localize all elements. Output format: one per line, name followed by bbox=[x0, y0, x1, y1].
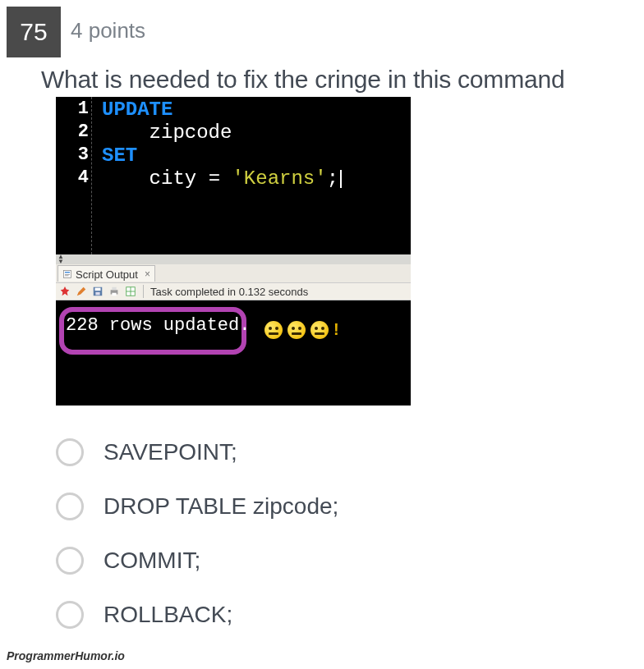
answer-option[interactable]: ROLLBACK; bbox=[56, 588, 582, 642]
exclamation-icon: ! bbox=[334, 320, 339, 339]
tab-script-output[interactable]: Script Output × bbox=[58, 265, 155, 282]
save-icon[interactable] bbox=[92, 286, 104, 297]
svg-rect-3 bbox=[65, 276, 69, 277]
svg-rect-6 bbox=[95, 292, 99, 296]
question-points: 4 points bbox=[71, 18, 145, 44]
reaction-row: ! bbox=[264, 320, 339, 339]
svg-rect-2 bbox=[65, 274, 70, 275]
code-line: city = 'Kearns'; bbox=[102, 167, 342, 190]
answer-option[interactable]: SAVEPOINT; bbox=[56, 425, 582, 479]
question-prompt: What is needed to fix the cringe in this… bbox=[41, 66, 564, 94]
output-toolbar: Task completed in 0.132 seconds bbox=[56, 282, 411, 300]
answer-options: SAVEPOINT; DROP TABLE zipcode; COMMIT; R… bbox=[56, 425, 582, 642]
text-cursor bbox=[340, 170, 342, 188]
toolbar-separator bbox=[143, 285, 144, 298]
question-card: 75 4 points What is needed to fix the cr… bbox=[7, 7, 637, 662]
svg-rect-8 bbox=[112, 287, 116, 291]
svg-rect-5 bbox=[95, 288, 101, 291]
tab-label: Script Output bbox=[76, 268, 138, 281]
tab-close-icon[interactable]: × bbox=[145, 268, 150, 280]
print-icon[interactable] bbox=[108, 286, 120, 297]
output-result-text: 228 rows updated. bbox=[66, 315, 250, 336]
svg-rect-1 bbox=[65, 272, 70, 273]
line-number: 4 bbox=[56, 167, 89, 188]
option-label: DROP TABLE zipcode; bbox=[104, 493, 338, 520]
source-watermark: ProgrammerHumor.io bbox=[7, 649, 125, 662]
task-status-text: Task completed in 0.132 seconds bbox=[150, 286, 308, 298]
sql-editor: 1 2 3 4 UPDATE zipcode SET city = 'Kearn… bbox=[56, 97, 411, 254]
embedded-screenshot: 1 2 3 4 UPDATE zipcode SET city = 'Kearn… bbox=[56, 97, 411, 406]
script-icon bbox=[62, 269, 72, 279]
radio-unchecked-icon[interactable] bbox=[56, 547, 84, 575]
grimace-emoji-icon bbox=[264, 321, 283, 339]
grid-icon[interactable] bbox=[125, 286, 136, 297]
line-number: 1 bbox=[56, 99, 89, 119]
answer-option[interactable]: DROP TABLE zipcode; bbox=[56, 479, 582, 534]
option-label: SAVEPOINT; bbox=[104, 439, 237, 465]
code-line: SET bbox=[102, 144, 137, 167]
splitter-arrows-icon: ▲▼ bbox=[58, 254, 64, 264]
output-console: 228 rows updated. ! bbox=[56, 300, 411, 406]
line-number: 2 bbox=[56, 121, 89, 142]
answer-option[interactable]: COMMIT; bbox=[56, 534, 582, 588]
code-line: UPDATE bbox=[102, 99, 172, 121]
svg-rect-9 bbox=[112, 293, 116, 296]
option-label: COMMIT; bbox=[104, 548, 200, 574]
pencil-icon[interactable] bbox=[76, 286, 87, 297]
code-line: zipcode bbox=[102, 121, 232, 144]
output-tabstrip: Script Output × bbox=[56, 264, 411, 282]
option-label: ROLLBACK; bbox=[104, 602, 232, 628]
grimace-emoji-icon bbox=[310, 321, 329, 339]
pane-splitter[interactable]: ▲▼ bbox=[56, 254, 411, 264]
grimace-emoji-icon bbox=[288, 321, 306, 339]
radio-unchecked-icon[interactable] bbox=[56, 601, 84, 629]
pin-icon[interactable] bbox=[59, 286, 71, 297]
line-number: 3 bbox=[56, 144, 89, 165]
radio-unchecked-icon[interactable] bbox=[56, 493, 84, 520]
question-number-badge: 75 bbox=[7, 7, 61, 57]
radio-unchecked-icon[interactable] bbox=[56, 438, 84, 466]
line-gutter: 1 2 3 4 bbox=[56, 97, 92, 254]
